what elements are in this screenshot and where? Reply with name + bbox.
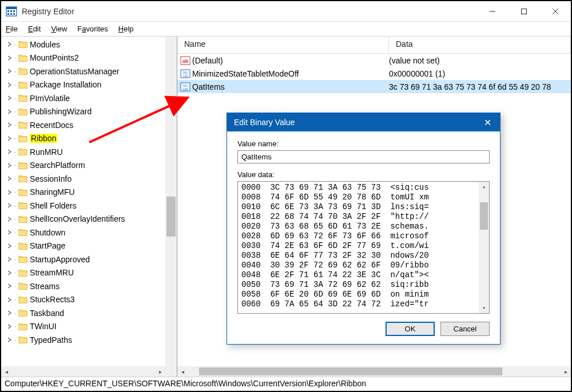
hex-content[interactable]: 0000 3C 73 69 71 3A 63 75 73 <siq:cus 00… (238, 182, 489, 310)
scroll-left-icon[interactable]: ◂ (1, 366, 11, 377)
svg-rect-5 (10, 13, 12, 15)
tree-item-package-installation[interactable]: ·Package Installation (6, 78, 177, 92)
tree-item-label: SearchPlatform (30, 161, 85, 170)
expand-icon[interactable] (6, 202, 13, 209)
expand-icon[interactable] (6, 122, 13, 129)
tree-item-taskband[interactable]: ·Taskband (6, 306, 177, 320)
tree-item-ribbon[interactable]: ·Ribbon (6, 132, 177, 146)
expand-icon[interactable] (6, 256, 13, 263)
expand-icon[interactable] (6, 189, 13, 195)
expand-icon[interactable] (6, 68, 13, 75)
tree-list[interactable]: ·Modules·MountPoints2·OperationStatusMan… (1, 37, 177, 377)
expand-icon[interactable] (6, 269, 13, 276)
tree-item-sessioninfo[interactable]: ·SessionInfo (6, 172, 177, 186)
tree-item-typedpaths[interactable]: ·TypedPaths (6, 333, 177, 347)
menu-file[interactable]: File (6, 25, 18, 33)
tree-item-twinui[interactable]: ·TWinUI (6, 320, 177, 334)
expand-icon[interactable] (6, 215, 13, 222)
expand-icon[interactable] (6, 149, 13, 155)
tree-item-pimvolatile[interactable]: ·PImVolatile (6, 91, 177, 105)
expand-icon[interactable] (6, 135, 13, 142)
scroll-down-icon[interactable]: ▾ (479, 303, 489, 313)
string-value-icon: ab (177, 55, 191, 66)
scroll-corner (165, 366, 177, 377)
maximize-button[interactable] (508, 1, 539, 21)
expand-icon[interactable] (6, 81, 13, 88)
menu-view[interactable]: View (51, 25, 67, 33)
tree-item-label: TypedPaths (30, 335, 72, 345)
expand-icon[interactable] (6, 323, 13, 330)
tree-item-label: Package Installation (30, 80, 101, 89)
tree-item-searchplatform[interactable]: ·SearchPlatform (6, 159, 177, 173)
tree-item-operationstatusmanager[interactable]: ·OperationStatusManager (6, 65, 177, 78)
row-data: (value not set) (389, 56, 571, 65)
expand-icon[interactable] (6, 337, 13, 343)
tree-item-mountpoints2[interactable]: ·MountPoints2 (6, 51, 177, 65)
dialog-titlebar[interactable]: Edit Binary Value ✕ (227, 113, 500, 131)
hex-editor[interactable]: 0000 3C 73 69 71 3A 63 75 73 <siq:cus 00… (237, 181, 490, 314)
svg-rect-9 (521, 9, 526, 14)
expand-icon[interactable] (6, 283, 13, 290)
column-data[interactable]: Data (389, 37, 571, 53)
expand-icon[interactable] (6, 108, 13, 115)
tree-item-streams[interactable]: ·Streams (6, 279, 177, 293)
tree-item-shelliconoverlayidentifiers[interactable]: ·ShellIconOverlayIdentifiers (6, 213, 177, 226)
list-scrollbar-horizontal[interactable]: ◂ ▸ (177, 366, 571, 377)
menu-edit[interactable]: Edit (28, 25, 41, 33)
tree-item-startpage[interactable]: ·StartPage (6, 239, 177, 253)
expand-icon[interactable] (6, 242, 13, 249)
value-name-input[interactable] (237, 150, 490, 163)
list-row[interactable]: ab(Default)(value not set) (177, 54, 571, 67)
column-name[interactable]: Name (177, 37, 389, 53)
menubar: File Edit View Favorites Help (1, 22, 571, 37)
expand-icon[interactable] (6, 229, 13, 236)
dialog-title-text: Edit Binary Value (234, 118, 295, 127)
tree-item-modules[interactable]: ·Modules (6, 38, 177, 51)
dialog-close-button[interactable]: ✕ (475, 113, 500, 131)
scroll-right-icon[interactable]: ▸ (561, 366, 571, 377)
list-row[interactable]: 011110MinimizedStateTabletModeOff0x00000… (177, 67, 571, 80)
expand-icon[interactable] (6, 95, 13, 102)
tree-item-sharingmfu[interactable]: ·SharingMFU (6, 186, 177, 199)
scrollbar-thumb[interactable] (166, 197, 176, 237)
folder-icon (18, 321, 28, 331)
scroll-right-icon[interactable]: ▸ (155, 366, 165, 377)
tree-scrollbar-vertical[interactable] (165, 37, 177, 366)
expand-icon[interactable] (6, 41, 13, 48)
menu-favorites[interactable]: Favorites (77, 25, 108, 33)
tree-item-stuckrects3[interactable]: ·StuckRects3 (6, 293, 177, 307)
cancel-button[interactable]: Cancel (440, 322, 490, 336)
value-name-label: Value name: (237, 139, 490, 148)
tree-item-runmru[interactable]: ·RunMRU (6, 145, 177, 159)
tree-item-publishingwizard[interactable]: ·PublishingWizard (6, 105, 177, 119)
tree-item-shutdown[interactable]: ·Shutdown (6, 226, 177, 239)
expand-icon[interactable] (6, 296, 13, 303)
tree-item-startupapproved[interactable]: ·StartupApproved (6, 253, 177, 266)
tree-item-label: StartupApproved (30, 255, 90, 264)
tree-item-streammru[interactable]: ·StreamMRU (6, 266, 177, 280)
minimize-button[interactable] (476, 1, 508, 21)
value-data-label: Value data: (237, 170, 490, 179)
tree-item-shell-folders[interactable]: ·Shell Folders (6, 199, 177, 213)
scroll-up-icon[interactable]: ▴ (479, 182, 489, 192)
expand-icon[interactable] (6, 162, 13, 169)
ok-button[interactable]: OK (386, 322, 435, 336)
expand-icon[interactable] (6, 54, 13, 61)
hex-scrollbar[interactable]: ▴ ▾ (479, 182, 489, 313)
window-title: Registry Editor (22, 7, 476, 16)
list-row[interactable]: 011110QatItems3c 73 69 71 3a 63 75 73 74… (177, 80, 571, 93)
list-header: Name Data (177, 37, 571, 54)
tree-item-recentdocs[interactable]: ·RecentDocs (6, 118, 177, 132)
menu-help[interactable]: Help (118, 25, 134, 33)
tree-scrollbar-horizontal[interactable]: ◂ ▸ (1, 366, 165, 377)
expand-icon[interactable] (6, 175, 13, 182)
tree-item-label: Shutdown (30, 228, 65, 237)
expand-icon[interactable] (6, 310, 13, 317)
scrollbar-thumb[interactable] (199, 367, 502, 375)
scroll-left-icon[interactable]: ◂ (177, 366, 188, 377)
close-button[interactable] (539, 1, 571, 21)
folder-icon (18, 335, 28, 345)
scrollbar-thumb[interactable] (480, 202, 488, 230)
row-name: MinimizedStateTabletModeOff (191, 69, 389, 78)
tree-item-label: StreamMRU (30, 268, 74, 277)
